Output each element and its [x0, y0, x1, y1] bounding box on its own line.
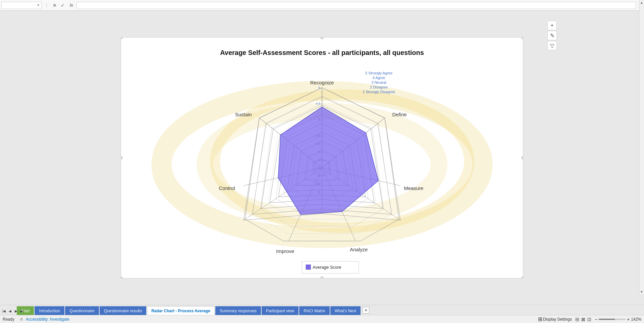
handle-bc[interactable]	[321, 277, 323, 278]
chart-styles-btn[interactable]: ✎	[547, 31, 557, 40]
scroll-down-btn[interactable]: ▼	[639, 289, 644, 294]
view-mode-buttons: ⊟ ⊠ ⊡	[575, 317, 592, 322]
tab-next-btn[interactable]: ▶	[13, 308, 19, 314]
zoom-slider[interactable]	[599, 319, 626, 320]
scrollbar-vertical[interactable]: ▲ ▼	[639, 0, 644, 294]
data-polygon	[278, 107, 378, 214]
chart-add-element-btn[interactable]: +	[547, 21, 557, 30]
legend-3: 3 Neutral	[371, 80, 386, 84]
status-right: ⊞ Display Settings ⊟ ⊠ ⊡ − + 142%	[538, 316, 641, 322]
chart-filters-btn[interactable]: ▽	[547, 41, 557, 50]
formula-cancel-btn[interactable]: ✕	[51, 2, 58, 9]
radar-chart-svg: Average Self-Assessment Scores - all par…	[121, 38, 523, 278]
legend-color-box	[306, 265, 311, 269]
handle-bl[interactable]	[121, 277, 122, 278]
legend-5: 5 Strongly Agree	[365, 71, 392, 75]
tab-raci-matrix[interactable]: RACI Matrix	[299, 306, 330, 315]
normal-view-btn[interactable]: ⊟	[575, 317, 580, 322]
scroll-up-btn[interactable]: ▲	[639, 0, 644, 5]
formula-input[interactable]	[76, 2, 636, 9]
label-define: Define	[392, 112, 407, 117]
zoom-level[interactable]: 142%	[631, 317, 641, 322]
label-recognize: Recognize	[310, 80, 334, 85]
zoom-controls: − + 142%	[595, 317, 641, 322]
tab-whats-next[interactable]: What's Next	[330, 306, 361, 315]
chart-title-text: Average Self-Assessment Scores - all par…	[220, 49, 424, 56]
zoom-out-btn[interactable]: −	[595, 317, 597, 322]
tab-prev-btn[interactable]: ◀	[7, 308, 13, 314]
scale-4.5: 4.5	[316, 102, 320, 105]
page-layout-btn[interactable]: ⊠	[581, 317, 586, 322]
fx-label: fx	[68, 3, 75, 8]
formula-menu-btn[interactable]: ⋮	[43, 2, 50, 9]
status-accessibility[interactable]: Accessibility: Investigate	[26, 317, 69, 322]
chart-frame: Average Self-Assessment Scores - all par…	[121, 37, 523, 278]
handle-br[interactable]	[522, 277, 523, 278]
formula-confirm-btn[interactable]: ✓	[59, 2, 66, 9]
legend-2: 2 Disagree	[370, 85, 388, 89]
name-box-arrow: ▼	[37, 3, 40, 7]
label-control: Control	[219, 185, 235, 191]
formula-bar: ▼ ⋮ ✕ ✓ fx ▲	[0, 0, 644, 11]
tab-summary-responses[interactable]: Summary responses	[215, 306, 261, 315]
label-measure: Measure	[404, 185, 423, 191]
tab-participant-view[interactable]: Participant view	[262, 306, 299, 315]
label-analyze: Analyze	[350, 247, 368, 252]
chart-container: Average Self-Assessment Scores - all par…	[0, 11, 644, 305]
name-box[interactable]: ▼	[1, 2, 42, 9]
zoom-in-btn[interactable]: +	[627, 317, 630, 322]
view-controls: ⊞ Display Settings	[538, 316, 572, 322]
formula-buttons: ⋮ ✕ ✓	[43, 2, 66, 9]
main-content: Average Self-Assessment Scores - all par…	[0, 11, 644, 323]
legend-4: 4 Agree	[373, 76, 385, 80]
tab-controls: |◀ ◀ ▶ ▶|	[1, 308, 25, 314]
label-improve: Improve	[276, 248, 294, 254]
page-break-btn[interactable]: ⊡	[587, 317, 592, 322]
status-ready: Ready	[3, 317, 14, 322]
handle-tr[interactable]	[522, 37, 523, 39]
chart-tools: + ✎ ▽	[547, 21, 557, 50]
tabs-bar: |◀ ◀ ▶ ▶| Start Introduction Questionnai…	[0, 305, 644, 315]
add-sheet-btn[interactable]: +	[363, 307, 369, 314]
status-bar: Ready ⚠ Accessibility: Investigate ⊞ Dis…	[0, 315, 644, 323]
display-settings-label[interactable]: Display Settings	[543, 317, 572, 322]
legend-1: 1 Strongly Disagree	[363, 90, 395, 94]
tab-last-btn[interactable]: ▶|	[19, 308, 25, 314]
legend-text: Average Score	[313, 265, 341, 270]
tab-questionnaire[interactable]: Questionnaire	[65, 306, 99, 315]
tab-introduction[interactable]: Introduction	[35, 306, 64, 315]
tab-radar-chart[interactable]: Radar Chart - Process Average	[147, 306, 215, 315]
status-left: Ready ⚠ Accessibility: Investigate	[3, 317, 69, 322]
scale-5: 5	[318, 86, 320, 89]
status-accessibility-icon: ⚠	[20, 317, 23, 321]
label-sustain: Sustain	[235, 112, 252, 117]
tab-first-btn[interactable]: |◀	[1, 308, 7, 314]
tab-questionnaire-results[interactable]: Questionnaire results	[100, 306, 146, 315]
handle-mr[interactable]	[522, 156, 523, 159]
display-settings-icon[interactable]: ⊞	[538, 316, 542, 322]
